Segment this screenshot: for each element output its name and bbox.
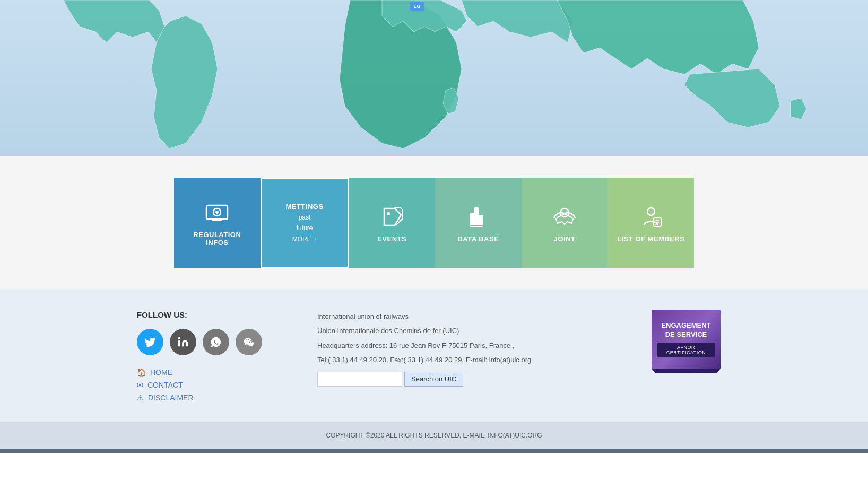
envelope-icon: ✉ [137,381,143,389]
wechat-link[interactable] [236,329,262,355]
cards-container: REGULATION INFOS METTINGS pastfuture MOR… [174,178,694,268]
search-button[interactable]: Search on UIC [404,372,463,387]
database-icon [465,203,491,230]
follow-us-label: FOLLOW US: [137,310,285,319]
nav-home[interactable]: 🏠 HOME [137,368,285,377]
eg-label: EG [413,4,420,9]
svg-rect-9 [470,213,474,225]
cards-section: REGULATION INFOS METTINGS pastfuture MOR… [0,156,868,289]
badge-main-text: ENGAGEMENT DE SERVICE [661,321,710,339]
card-joint-title: JOINT [554,235,576,243]
svg-rect-11 [470,226,483,228]
twitter-link[interactable] [137,329,163,355]
card-database[interactable]: DATA BASE [435,178,522,268]
twitter-icon [144,336,157,348]
org-contact: Tel:( 33 1) 44 49 20 20, Fax:( 33 1) 44 … [317,354,620,366]
bottom-bar [0,449,868,453]
linkedin-icon [177,336,189,348]
svg-point-13 [647,208,655,215]
nav-disclaimer[interactable]: ⚠ DISCLAIMER [137,393,285,402]
org-name: International union of railways [317,310,620,322]
copyright-bar: COPYRIGHT ©2020 ALL RIGHTS RESERVED, E-M… [0,422,868,449]
whatsapp-icon [210,336,222,348]
card-regulation-infos[interactable]: REGULATION INFOS [174,178,261,268]
eye-icon [204,199,230,225]
card-list-of-members[interactable]: LIST OF MEMBERS [607,178,694,268]
card-events-title: EVENTS [377,235,406,243]
org-full: Union Internationale des Chemins de fer … [317,325,620,337]
social-icons [137,329,285,355]
card-mettings-title: METTINGS [285,203,323,211]
search-input[interactable] [317,372,402,387]
svg-point-4 [215,211,219,214]
svg-point-7 [387,212,390,215]
footer-inner: FOLLOW US: [116,310,752,406]
org-address: Headquarters address: 16 rue Jean Rey F-… [317,339,620,352]
card-mettings-more: MORE + [292,235,317,243]
nav-contact[interactable]: ✉ CONTACT [137,381,285,389]
map-section: EG [0,0,868,156]
footer-center: International union of railways Union In… [317,310,620,387]
warning-icon: ⚠ [137,393,144,402]
handshake-icon [551,203,578,230]
members-icon [638,203,664,230]
card-database-title: DATA BASE [457,235,499,243]
linkedin-link[interactable] [170,329,196,355]
footer-section: FOLLOW US: [0,289,868,449]
search-row: Search on UIC [317,372,620,387]
svg-rect-8 [474,207,479,225]
card-regulation-infos-title: REGULATION INFOS [182,231,253,247]
card-list-of-members-title: LIST OF MEMBERS [617,235,684,243]
badge-sub-strip: AFNOR CERTIFICATION [657,343,715,357]
card-mettings-subtitle: pastfuture [297,213,313,233]
svg-point-18 [178,337,180,339]
card-events[interactable]: EVENTS [349,178,435,268]
badge-sub-text: AFNOR CERTIFICATION [660,345,712,355]
tag-icon [379,203,405,230]
footer-left: FOLLOW US: [137,310,285,406]
certification-badge: ENGAGEMENT DE SERVICE AFNOR CERTIFICATIO… [652,310,721,369]
card-joint[interactable]: JOINT [522,178,608,268]
footer-nav: 🏠 HOME ✉ CONTACT ⚠ DISCLAIMER [137,368,285,402]
home-icon: 🏠 [137,368,146,377]
svg-rect-10 [479,215,483,225]
footer-right: ENGAGEMENT DE SERVICE AFNOR CERTIFICATIO… [652,310,731,369]
whatsapp-link[interactable] [203,329,229,355]
wechat-icon [243,336,255,348]
card-mettings[interactable]: METTINGS pastfuture MORE + [261,178,349,268]
